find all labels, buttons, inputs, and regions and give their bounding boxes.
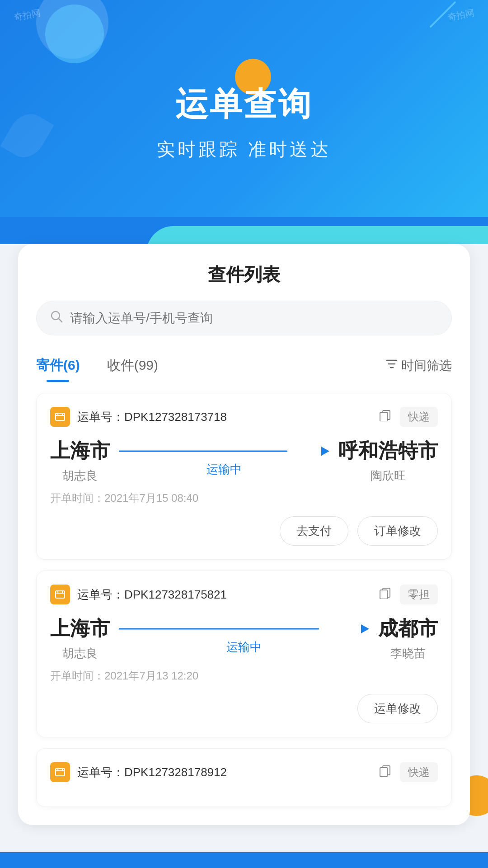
order-tag-2: 零担 <box>400 585 438 604</box>
svg-rect-8 <box>56 769 65 776</box>
order-card-3: 运单号：DPK127328178912 快递 <box>36 748 452 807</box>
copy-icon-2[interactable] <box>379 587 391 602</box>
status-2: 运输中 <box>226 639 262 655</box>
order-tag-3: 快递 <box>400 762 438 782</box>
svg-rect-2 <box>56 413 65 420</box>
card-title: 查件列表 <box>36 262 452 287</box>
svg-rect-10 <box>380 768 387 777</box>
deco-circle-inner <box>45 5 104 63</box>
from-city-1: 上海市 胡志良 <box>50 438 110 484</box>
to-city-2: 成都市 李晓苗 <box>378 615 438 661</box>
filter-label: 时间筛选 <box>401 357 452 374</box>
order-icon-1 <box>50 407 70 427</box>
order-header-2: 运单号：DPK127328175821 零担 <box>50 585 438 604</box>
arrow-line-2 <box>119 622 369 636</box>
svg-rect-4 <box>380 412 387 421</box>
order-tag-1: 快递 <box>400 407 438 427</box>
arrow-line-1 <box>119 444 329 458</box>
order-number-3: 运单号：DPK127328178912 <box>77 764 375 780</box>
filter-icon <box>386 358 398 373</box>
svg-rect-7 <box>380 590 387 599</box>
deco-leaf-left <box>0 107 54 165</box>
route-middle-2: 运输中 <box>119 622 369 655</box>
order-number-2: 运单号：DPK127328175821 <box>77 587 375 603</box>
action-row-1: 去支付 订单修改 <box>50 516 438 546</box>
status-1: 运输中 <box>206 462 242 477</box>
open-time-1: 开单时间：2021年7月15 08:40 <box>50 491 438 505</box>
order-header-1: 运单号：DPK127328173718 快递 <box>50 407 438 427</box>
open-time-2: 开单时间：2021年7月13 12:20 <box>50 669 438 683</box>
hero-title: 运单查询 <box>175 83 313 126</box>
order-number-1: 运单号：DPK127328173718 <box>77 409 375 425</box>
search-bar[interactable] <box>36 301 452 335</box>
time-filter-button[interactable]: 时间筛选 <box>386 357 452 374</box>
modify-button-1[interactable]: 订单修改 <box>357 516 438 546</box>
to-city-1: 呼和浩特市 陶欣旺 <box>338 438 438 484</box>
search-icon <box>50 310 63 326</box>
tab-sent[interactable]: 寄件(6) <box>36 352 80 379</box>
pay-button-1[interactable]: 去支付 <box>280 516 348 546</box>
action-row-2: 运单修改 <box>50 694 438 723</box>
order-card-2: 运单号：DPK127328175821 零担 上海市 胡志良 运输中 <box>36 571 452 737</box>
main-card: 查件列表 寄件(6) 收件(99) 时间筛选 <box>18 244 470 825</box>
hero-section: 运单查询 实时跟踪 准时送达 <box>0 0 488 217</box>
svg-line-1 <box>59 319 62 322</box>
order-icon-2 <box>50 585 70 604</box>
svg-rect-5 <box>56 591 65 598</box>
copy-icon-1[interactable] <box>379 410 391 424</box>
deco-line-top-right <box>429 1 456 28</box>
copy-icon-3[interactable] <box>379 765 391 779</box>
from-city-2: 上海市 胡志良 <box>50 615 110 661</box>
route-row-1: 上海市 胡志良 运输中 呼和浩特市 陶欣旺 <box>50 438 438 484</box>
tab-received[interactable]: 收件(99) <box>107 352 158 379</box>
hero-subtitle: 实时跟踪 准时送达 <box>157 137 331 162</box>
route-row-2: 上海市 胡志良 运输中 成都市 李晓苗 <box>50 615 438 661</box>
main-area: 查件列表 寄件(6) 收件(99) 时间筛选 <box>0 244 488 852</box>
search-input[interactable] <box>70 311 438 326</box>
order-card-1: 运单号：DPK127328173718 快递 上海市 胡志良 运输中 <box>36 393 452 560</box>
tabs-row: 寄件(6) 收件(99) 时间筛选 <box>36 352 452 379</box>
order-icon-3 <box>50 762 70 782</box>
modify-button-2[interactable]: 运单修改 <box>357 694 438 723</box>
order-header-3: 运单号：DPK127328178912 快递 <box>50 762 438 782</box>
route-middle-1: 运输中 <box>119 444 329 477</box>
